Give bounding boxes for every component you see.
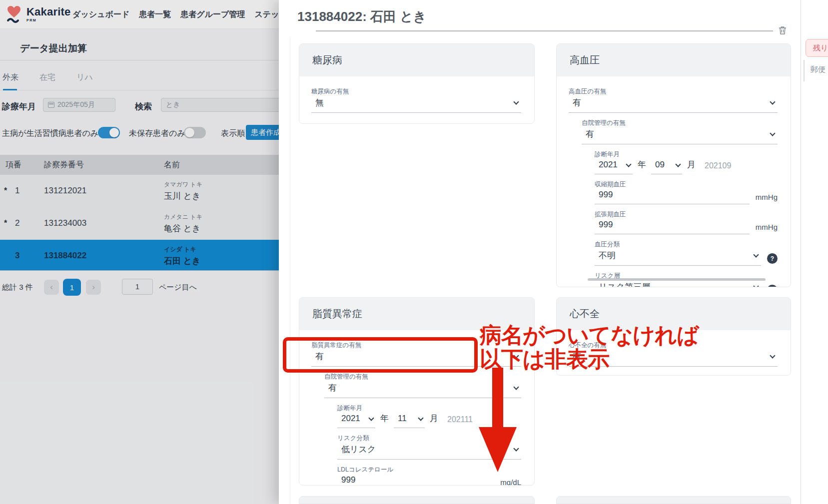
bp-classification-select[interactable]: 不明 [595,249,761,266]
chevron-down-icon [770,130,775,136]
trash-icon[interactable] [779,26,787,34]
hypertension-diagnosis-year-select[interactable]: 2021 [595,159,633,174]
hypertension-diagnosis-code: 202109 [705,161,731,174]
systolic-bp-label: 収縮期血圧 [595,180,778,188]
month-unit-label: 月 [430,413,438,428]
bp-classification-label: 血圧分類 [595,240,778,248]
month-unit-label: 月 [687,159,696,174]
chevron-down-icon [513,99,519,104]
year-unit-label: 年 [638,159,646,174]
drawer-content-border [290,37,290,504]
chevron-down-icon [770,99,775,104]
ldl-cholesterol-unit: mg/dL [500,478,521,486]
horizontal-scrollbar[interactable] [588,278,766,281]
remaining-badge[interactable]: 残り [806,39,828,57]
diastolic-bp-unit: mmHg [756,223,778,234]
systolic-bp-input[interactable]: 999 [595,189,750,204]
diabetes-presence-select[interactable]: 無 [311,96,521,113]
chevron-down-icon [418,415,423,421]
annotation-arrow [492,368,503,429]
diastolic-bp-input[interactable]: 999 [595,219,750,234]
modal-dim-overlay[interactable] [0,0,279,504]
hypertension-presence-select[interactable]: 有 [569,96,778,113]
diabetes-card: 糖尿病 糖尿病の有無 無 [299,43,535,124]
risk-layer-select[interactable]: リスク第三層 [595,280,761,287]
hypertension-presence-label: 高血圧の有無 [569,87,778,95]
drawer-title: 131884022: 石田 とき [297,8,426,25]
hypertension-self-managed-label: 自院管理の有無 [582,119,778,126]
dyslipidemia-diagnosis-code: 202111 [447,415,473,428]
postal-section: 郵便 [804,60,826,81]
annotation-arrow-head [479,427,517,472]
hypertension-card-title: 高血圧 [557,44,791,76]
dyslipidemia-diagnosis-month-select[interactable]: 11 [394,413,425,428]
systolic-bp-unit: mmHg [756,193,778,204]
hypertension-diagnosis-date-label: 診断年月 [595,150,778,158]
hypertension-diagnosis-month-select[interactable]: 09 [651,159,682,174]
next-card-clipped [556,496,791,504]
postal-label: 郵便 [811,65,826,73]
clipped-field-underline[interactable] [316,30,773,31]
hypertension-self-managed-select[interactable]: 有 [582,127,778,144]
dyslipidemia-diagnosis-year-select[interactable]: 2021 [337,413,375,428]
help-icon[interactable]: ? [767,285,778,287]
ldl-cholesterol-input[interactable]: 999 [337,474,494,486]
hypertension-card: 高血圧 高血圧の有無 有 自院管理の有無 有 [556,43,791,287]
chevron-down-icon [513,384,519,390]
chevron-down-icon [753,283,759,287]
dyslipidemia-self-managed-select[interactable]: 有 [324,381,521,398]
drawer-side-divider [801,0,801,504]
year-unit-label: 年 [380,413,389,428]
diastolic-bp-label: 拡張期血圧 [595,210,778,218]
chevron-down-icon [770,353,775,358]
chevron-down-icon [753,252,759,257]
next-card-clipped [299,496,535,504]
chevron-down-icon [368,415,374,421]
patient-detail-drawer: 131884022: 石田 とき 糖尿病 糖尿病の有無 無 高血圧 高血圧の有無 [279,0,828,504]
diabetes-card-title: 糖尿病 [299,44,534,76]
diabetes-presence-label: 糖尿病の有無 [311,87,521,95]
chevron-down-icon [626,161,631,167]
help-icon[interactable]: ? [767,253,778,264]
chevron-down-icon [675,161,681,167]
